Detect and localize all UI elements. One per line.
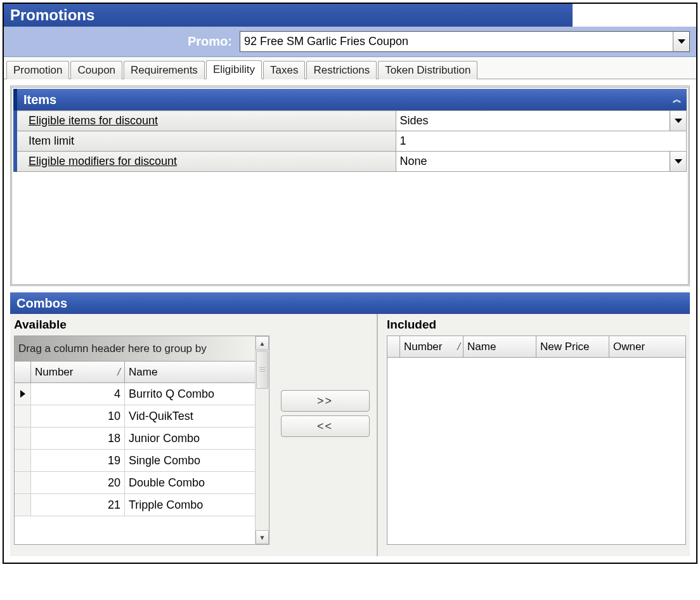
tab-eligibility[interactable]: Eligibility [206, 60, 262, 79]
tab-promotion[interactable]: Promotion [6, 61, 69, 79]
item-limit-label: Item limit [29, 134, 74, 147]
app-title: Promotions [10, 6, 94, 24]
header-number[interactable]: Number / [400, 336, 463, 357]
available-grid: Drag a column header here to group by Nu… [14, 336, 269, 545]
combos-body: Available Drag a column header here to g… [10, 314, 690, 556]
header-selector[interactable] [15, 362, 31, 382]
available-column: Available Drag a column header here to g… [10, 314, 273, 556]
included-title: Included [387, 318, 686, 332]
items-panel-title: Items [23, 93, 56, 107]
available-scrollbar[interactable]: ▲ ▼ [255, 336, 269, 544]
header-name[interactable]: Name [125, 362, 255, 382]
table-row[interactable]: 18 Junior Combo [15, 427, 255, 450]
title-blank-area [573, 4, 696, 27]
scroll-down-button[interactable]: ▼ [256, 530, 269, 544]
item-limit-input[interactable]: 1 [396, 131, 687, 152]
eligible-modifiers-value: None [400, 155, 427, 167]
eligible-items-value: Sides [400, 114, 429, 127]
included-column-headers: Number / Name New Price Owner [387, 336, 685, 358]
item-limit-value: 1 [400, 134, 406, 147]
tab-taxes[interactable]: Taxes [263, 61, 305, 79]
promotions-window: Promotions Promo: 92 Free SM Garlic Frie… [3, 3, 697, 564]
sort-indicator-icon: / [117, 366, 120, 379]
tab-requirements[interactable]: Requirements [124, 61, 205, 79]
add-button[interactable]: >> [281, 390, 370, 412]
group-placeholder: Drag a column header here to group by [18, 342, 207, 355]
title-bar: Promotions [4, 4, 696, 27]
collapse-icon: ︽ [673, 94, 680, 105]
row-eligible-modifiers: Eligible modifiers for discount None [15, 152, 687, 172]
eligible-items-label[interactable]: Eligible items for discount [29, 114, 158, 127]
scroll-up-button[interactable]: ▲ [256, 336, 269, 350]
promo-dropdown-button[interactable] [673, 32, 689, 51]
remove-button[interactable]: << [281, 415, 370, 437]
combos-title: Combos [16, 296, 67, 311]
table-row[interactable]: 20 Double Combo [15, 472, 255, 494]
items-panel: Items ︽ Eligible items for discount Side… [10, 86, 690, 286]
eligible-modifiers-dropdown-button[interactable] [670, 152, 686, 171]
header-name[interactable]: Name [463, 336, 536, 357]
header-selector[interactable] [387, 336, 400, 357]
row-pointer-icon [20, 390, 25, 398]
content-area: Items ︽ Eligible items for discount Side… [4, 79, 696, 563]
header-number[interactable]: Number / [31, 362, 125, 382]
chevron-down-icon [678, 39, 685, 44]
table-row[interactable]: 19 Single Combo [15, 450, 255, 472]
eligible-items-select[interactable]: Sides [396, 111, 687, 131]
scroll-track[interactable] [256, 389, 269, 530]
eligible-modifiers-label[interactable]: Eligible modifiers for discount [29, 155, 177, 167]
header-owner[interactable]: Owner [609, 336, 685, 357]
tab-token-distribution[interactable]: Token Distribution [378, 61, 477, 79]
available-rows: 4 Burrito Q Combo 10 Vid-QuikTest 18 [15, 383, 255, 516]
included-grid: Number / Name New Price Owner [387, 336, 686, 545]
table-row[interactable]: 4 Burrito Q Combo [15, 383, 255, 405]
tab-bar: Promotion Coupon Requirements Eligibilit… [4, 57, 696, 79]
header-new-price[interactable]: New Price [536, 336, 609, 357]
promo-select[interactable]: 92 Free SM Garlic Fries Coupon [240, 31, 690, 52]
available-title: Available [14, 318, 269, 332]
promo-selector-row: Promo: 92 Free SM Garlic Fries Coupon [4, 27, 696, 57]
row-eligible-items: Eligible items for discount Sides [15, 111, 687, 131]
available-column-headers: Number / Name [15, 362, 255, 383]
items-panel-header[interactable]: Items ︽ [13, 89, 687, 110]
promo-selected-text: 92 Free SM Garlic Fries Coupon [240, 35, 673, 48]
move-buttons-column: >> << [273, 314, 378, 556]
promo-label: Promo: [10, 34, 232, 49]
items-table: Eligible items for discount Sides Item l… [13, 110, 687, 172]
scroll-thumb[interactable] [256, 351, 268, 389]
eligible-modifiers-select[interactable]: None [396, 152, 687, 172]
eligible-items-dropdown-button[interactable] [670, 111, 686, 131]
items-blank-area [13, 172, 687, 283]
table-row[interactable]: 21 Tripple Combo [15, 494, 255, 516]
chevron-down-icon [675, 159, 682, 164]
table-row[interactable]: 10 Vid-QuikTest [15, 405, 255, 427]
combos-header: Combos [10, 292, 690, 314]
included-column: Included Number / Name New Price [378, 314, 690, 556]
group-by-drop-area[interactable]: Drag a column header here to group by [15, 336, 255, 362]
sort-indicator-icon: / [457, 341, 460, 353]
tab-coupon[interactable]: Coupon [70, 61, 122, 79]
tab-restrictions[interactable]: Restrictions [306, 61, 377, 79]
chevron-down-icon [675, 119, 682, 123]
row-item-limit: Item limit 1 [15, 131, 687, 152]
